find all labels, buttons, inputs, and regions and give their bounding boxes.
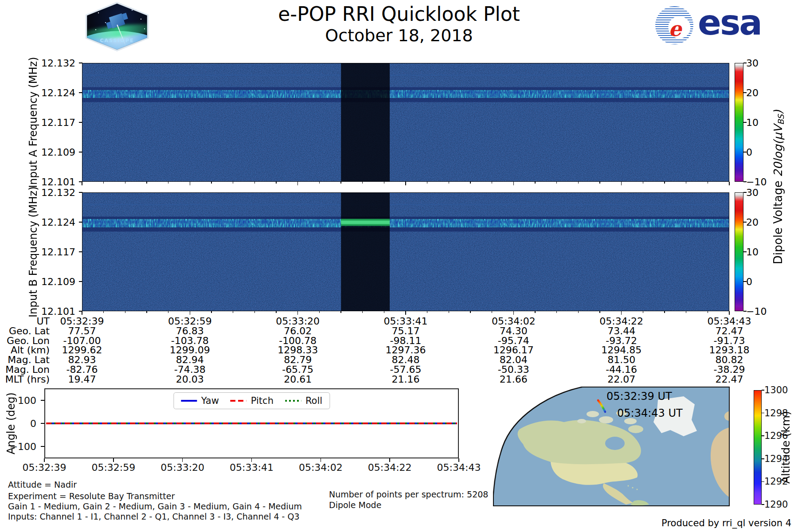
legend-label: Roll [305, 395, 322, 406]
time-minor-tick-mark [643, 182, 644, 184]
colorbar-tick-mark [743, 222, 747, 223]
ephemeris-value: 21.66 [465, 374, 562, 385]
dipole-colorbar-label: Dipole Voltage 20log(μVBS) [770, 63, 787, 311]
esa-wordmark: esa [698, 3, 761, 43]
points-note: Number of points per spectrum: 5208 [329, 489, 488, 499]
time-minor-tick-mark [599, 311, 600, 313]
time-minor-tick-mark [686, 311, 687, 313]
time-minor-tick-mark [146, 182, 147, 184]
time-minor-tick-mark [556, 182, 557, 184]
time-minor-tick-mark [319, 311, 320, 313]
angle-xtick-mark [44, 458, 45, 462]
time-minor-tick-mark [233, 182, 234, 184]
time-minor-tick-mark [168, 182, 169, 184]
colorbar-tick-label: −10 [746, 176, 767, 188]
input-b-ytick-labels: 12.13212.12412.11712.10912.101 [0, 192, 79, 311]
time-minor-tick-mark [319, 182, 320, 184]
colorbar-tick-mark [743, 122, 747, 123]
angle-xtick-mark [113, 458, 114, 462]
ephemeris-value: 22.07 [573, 374, 670, 385]
quicklook-page: CASSIOPE e-POP RRI Quicklook Plot Octobe… [0, 0, 798, 532]
altitude-tick-mark [762, 481, 764, 482]
time-tick-mark [82, 182, 82, 185]
angle-xtick-mark [251, 458, 252, 462]
freq-tick-mark [79, 63, 82, 63]
esa-logo: e esa [655, 5, 766, 46]
yaw-pitch-roll-zero-line [46, 422, 457, 424]
colorbar-tick-mark [743, 63, 747, 63]
time-minor-tick-mark [664, 182, 665, 184]
time-minor-tick-mark [384, 311, 385, 313]
dipole-colorbar-a [735, 63, 743, 182]
altitude-tick-mark [762, 413, 764, 414]
colorbar-tick-label: 0 [746, 276, 752, 287]
angle-xtick-mark [321, 458, 321, 462]
colorbar-tick-label: 30 [746, 187, 759, 198]
time-tick-mark [82, 311, 82, 315]
roll-line-sample [285, 400, 301, 402]
colorbar-tick-mark [743, 251, 747, 252]
colorbar-tick-label: 0 [746, 147, 752, 158]
freq-tick-mark [79, 152, 82, 153]
freq-tick-mark [79, 122, 82, 123]
time-minor-tick-mark [103, 182, 104, 184]
time-minor-tick-mark [276, 182, 277, 184]
freq-tick-label: 12.117 [41, 117, 75, 128]
time-minor-tick-mark [492, 182, 493, 184]
ephemeris-value: 22.47 [681, 374, 778, 385]
time-minor-tick-mark [535, 311, 536, 313]
time-minor-tick-mark [211, 182, 212, 184]
angle-xtick-label: 05:34:02 [283, 462, 358, 473]
time-minor-tick-mark [362, 311, 363, 313]
freq-tick-label: 12.117 [41, 246, 75, 258]
time-minor-tick-mark [362, 182, 363, 184]
ephemeris-value: 20.61 [249, 374, 347, 385]
angle-xtick-label: 05:34:43 [421, 462, 497, 473]
time-minor-tick-mark [664, 311, 665, 313]
freq-tick-label: 12.124 [41, 87, 75, 98]
angle-xtick-label: 05:32:39 [7, 462, 82, 473]
time-tick-mark [729, 182, 730, 185]
time-minor-tick-mark [168, 311, 169, 313]
time-minor-tick-mark [125, 311, 126, 313]
freq-tick-mark [79, 192, 82, 193]
track-end-label: 05:34:43 UT [617, 407, 683, 419]
legend-item-pitch: Pitch [231, 395, 274, 406]
altitude-tick-mark [762, 504, 764, 505]
time-minor-tick-mark [340, 311, 341, 313]
attitude-angle-plot: YawPitchRoll [44, 388, 459, 458]
freq-tick-mark [79, 222, 82, 223]
time-minor-tick-mark [427, 311, 428, 313]
angle-xtick-mark [389, 458, 390, 462]
altitude-colorbar-label: Altitude (km) [778, 387, 794, 508]
freq-tick-label: 12.132 [41, 187, 75, 198]
ephemeris-value: 21.16 [357, 374, 454, 385]
angle-xtick-labels: 05:32:3905:32:5905:33:2005:33:4105:34:02… [44, 462, 459, 473]
angle-ytick-mark [41, 446, 44, 447]
time-minor-tick-mark [470, 182, 471, 184]
time-minor-tick-mark [146, 311, 147, 313]
time-minor-tick-mark [449, 311, 450, 313]
time-minor-tick-mark [211, 311, 212, 313]
legend-item-roll: Roll [285, 395, 322, 406]
freq-tick-label: 12.101 [41, 176, 75, 188]
time-tick-mark [621, 182, 622, 185]
angle-ytick-label: 100 [18, 395, 36, 406]
altitude-colorbar [754, 390, 762, 505]
altitude-tick-mark [762, 435, 764, 436]
yaw-line-sample [181, 400, 197, 402]
time-minor-tick-mark [449, 182, 450, 184]
freq-tick-label: 12.132 [41, 58, 75, 69]
angle-ytick-labels: 1000−100 [0, 388, 42, 458]
angle-legend: YawPitchRoll [173, 392, 330, 409]
altitude-tick-mark [762, 390, 764, 391]
time-tick-mark [405, 182, 406, 185]
time-minor-tick-mark [254, 182, 255, 184]
freq-tick-label: 12.101 [41, 306, 75, 317]
colorbar-tick-label: 30 [746, 58, 759, 69]
pitch-line-sample [231, 400, 246, 402]
ground-track-map [493, 387, 730, 506]
colorbar-tick-mark [743, 92, 747, 93]
angle-xtick-label: 05:32:59 [76, 462, 151, 473]
time-tick-mark [190, 182, 191, 185]
